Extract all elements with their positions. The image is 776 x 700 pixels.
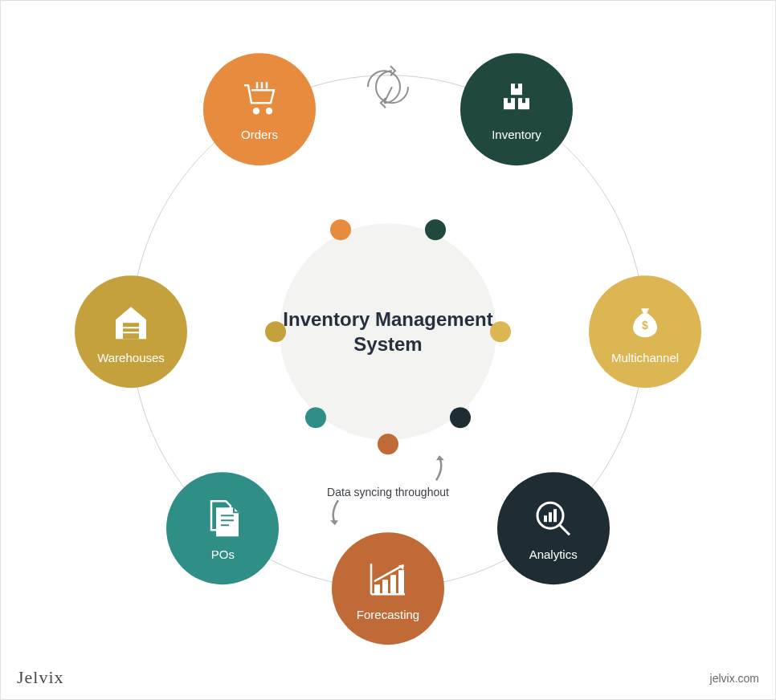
- center-dot-2: [490, 321, 511, 342]
- node-label-orders: Orders: [241, 128, 278, 142]
- svg-rect-22: [398, 570, 404, 594]
- svg-line-13: [560, 525, 570, 535]
- brand-logo: Jelvix: [17, 667, 64, 688]
- diagram-container: Inventory Management System Data syncing…: [83, 26, 693, 637]
- sync-arrow-down: [322, 496, 346, 531]
- center-dot-6: [265, 321, 286, 342]
- svg-rect-14: [544, 515, 547, 522]
- center-dot-0: [330, 219, 351, 240]
- brand-url: jelvix.com: [710, 672, 759, 685]
- analytics-icon: [531, 496, 576, 541]
- center-dot-5: [305, 407, 326, 428]
- node-pos: POs: [166, 472, 279, 584]
- documents-icon: [200, 496, 245, 541]
- svg-rect-10: [522, 99, 525, 104]
- boxes-icon: [494, 77, 539, 122]
- node-label-warehouses: Warehouses: [97, 351, 165, 364]
- svg-rect-26: [123, 323, 139, 339]
- svg-rect-9: [508, 99, 511, 104]
- node-inventory: Inventory: [460, 53, 573, 165]
- cart-icon: [237, 77, 282, 122]
- node-label-pos: POs: [211, 547, 235, 561]
- node-label-forecasting: Forecasting: [357, 608, 419, 621]
- node-orders: Orders: [203, 53, 316, 165]
- node-label-multichannel: Multichannel: [611, 351, 679, 364]
- center-dot-3: [450, 407, 471, 428]
- chart-up-icon: [366, 556, 410, 601]
- cycle-icon: [344, 55, 432, 122]
- node-multichannel: $Multichannel: [589, 275, 701, 388]
- node-label-analytics: Analytics: [529, 547, 578, 561]
- node-warehouses: Warehouses: [75, 275, 187, 388]
- svg-text:$: $: [642, 319, 648, 332]
- svg-rect-20: [382, 580, 388, 594]
- svg-rect-15: [549, 512, 552, 522]
- warehouse-icon: [108, 299, 153, 344]
- center-title: Inventory Management System: [280, 307, 496, 356]
- node-label-inventory: Inventory: [492, 128, 541, 142]
- svg-rect-19: [374, 584, 380, 594]
- svg-rect-21: [390, 575, 396, 594]
- center-dot-4: [378, 433, 398, 454]
- moneybag-icon: $: [623, 299, 668, 344]
- svg-rect-8: [515, 84, 518, 89]
- sync-arrow-up: [428, 452, 452, 487]
- node-analytics: Analytics: [497, 472, 610, 584]
- svg-point-0: [254, 109, 259, 114]
- center-dot-1: [425, 219, 446, 240]
- svg-point-1: [267, 109, 272, 114]
- node-forecasting: Forecasting: [332, 532, 444, 645]
- svg-rect-16: [553, 509, 557, 522]
